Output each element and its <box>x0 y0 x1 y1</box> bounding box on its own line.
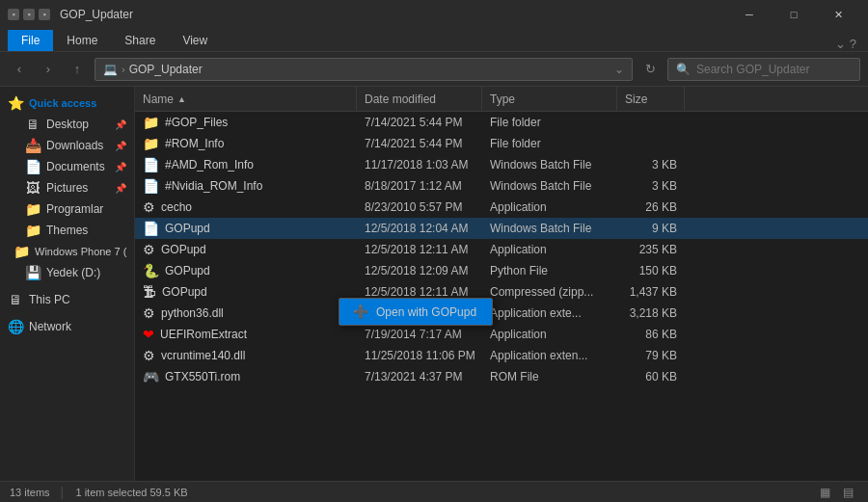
sidebar-item-pictures[interactable]: 🖼 Pictures 📌 <box>0 177 134 198</box>
batch-icon: 📄 <box>143 221 159 236</box>
context-menu-label: Open with GOPupd <box>376 305 476 319</box>
minimize-button[interactable]: ─ <box>727 0 772 29</box>
status-bar: 13 items │ 1 item selected 59.5 KB ▦ ▤ <box>0 481 868 502</box>
status-right: ▦ ▤ <box>814 484 858 501</box>
tab-file[interactable]: File <box>8 30 53 51</box>
table-row[interactable]: 🐍GOPupd 12/5/2018 12:09 AM Python File 1… <box>135 260 868 281</box>
forward-button[interactable]: › <box>37 58 60 81</box>
table-row[interactable]: ⚙python36.dll 12/5/2018 12:11 AM Applica… <box>135 303 868 324</box>
table-row[interactable]: 📄GOPupd 12/5/2018 12:04 AM Windows Batch… <box>135 218 868 239</box>
main-layout: ⭐ Quick access 🖥 Desktop 📌 📥 Downloads 📌… <box>0 87 868 481</box>
sidebar-label-this-pc: This PC <box>29 293 70 306</box>
context-menu-open-with[interactable]: ➕ Open with GOPupd <box>339 299 492 325</box>
maximize-button[interactable]: □ <box>772 0 816 29</box>
sidebar-label-pictures: Pictures <box>46 181 88 195</box>
documents-icon: 📄 <box>25 159 41 174</box>
tab-share[interactable]: Share <box>111 30 169 51</box>
sidebar-label-desktop: Desktop <box>46 118 89 131</box>
tab-home[interactable]: Home <box>53 30 111 51</box>
table-row[interactable]: 📁#ROM_Info 7/14/2021 5:44 PM File folder <box>135 133 868 154</box>
col-header-size[interactable]: Size <box>617 87 685 111</box>
uefi-icon: ❤ <box>143 327 154 342</box>
table-row[interactable]: ❤UEFIRomExtract 7/19/2014 7:17 AM Applic… <box>135 324 868 345</box>
status-separator: │ <box>60 487 67 498</box>
folder-icon: 📁 <box>143 136 159 151</box>
address-path[interactable]: 💻 › GOP_Updater ⌄ <box>95 58 633 81</box>
sidebar-label-documents: Documents <box>46 160 105 173</box>
app-icon-2: ▪ <box>23 9 35 20</box>
batch-icon: 📄 <box>143 178 159 194</box>
folder-icon: 📁 <box>143 115 159 130</box>
col-header-date[interactable]: Date modified <box>357 87 482 111</box>
zip-icon: 🗜 <box>143 284 156 300</box>
sidebar-item-themes[interactable]: 📁 Themes <box>0 220 134 241</box>
back-button[interactable]: ‹ <box>8 58 31 81</box>
table-row[interactable]: 🎮GTX550Ti.rom 7/13/2021 4:37 PM ROM File… <box>135 366 868 387</box>
file-column-headers: Name ▲ Date modified Type Size <box>135 87 868 112</box>
batch-icon: 📄 <box>143 157 159 172</box>
view-list-button[interactable]: ▤ <box>837 484 858 501</box>
pin-icon-3: 📌 <box>115 162 126 172</box>
sidebar-item-desktop[interactable]: 🖥 Desktop 📌 <box>0 114 134 135</box>
path-folder: GOP_Updater <box>129 63 203 76</box>
tab-view[interactable]: View <box>169 30 221 51</box>
sidebar-item-windows-phone[interactable]: 📁 Windows Phone 7 ( <box>0 241 134 262</box>
title-bar: ▪ ▪ ▪ GOP_Updater ─ □ ✕ <box>0 0 868 29</box>
refresh-button[interactable]: ↻ <box>638 58 662 81</box>
sidebar: ⭐ Quick access 🖥 Desktop 📌 📥 Downloads 📌… <box>0 87 135 481</box>
sidebar-item-this-pc[interactable]: 🖥 This PC <box>0 289 134 310</box>
window-controls: ─ □ ✕ <box>727 0 860 29</box>
path-root: › <box>122 64 125 75</box>
sidebar-label-yedek: Yedek (D:) <box>46 266 100 279</box>
sidebar-item-programlar[interactable]: 📁 Programlar <box>0 198 134 220</box>
close-button[interactable]: ✕ <box>816 0 860 29</box>
up-button[interactable]: ↑ <box>66 58 89 81</box>
col-header-name[interactable]: Name ▲ <box>135 87 357 111</box>
search-box[interactable]: 🔍 <box>667 58 860 81</box>
programlar-icon: 📁 <box>25 201 41 217</box>
status-left: 13 items │ 1 item selected 59.5 KB <box>10 487 814 498</box>
view-details-button[interactable]: ▦ <box>814 484 835 501</box>
dll-icon: ⚙ <box>143 305 155 321</box>
yedek-icon: 💾 <box>25 265 41 280</box>
title-bar-app-icons: ▪ ▪ ▪ <box>8 9 50 20</box>
help-icon[interactable]: ? <box>850 37 856 51</box>
sidebar-label-windows-phone: Windows Phone 7 ( <box>35 246 126 257</box>
sort-arrow-name: ▲ <box>177 94 186 104</box>
sidebar-label-programlar: Programlar <box>46 202 103 216</box>
table-row[interactable]: 📄#Nvidia_ROM_Info 8/18/2017 1:12 AM Wind… <box>135 175 868 197</box>
selected-info: 1 item selected 59.5 KB <box>75 487 187 498</box>
table-row[interactable]: 🗜GOPupd 12/5/2018 12:11 AM Compressed (z… <box>135 281 868 303</box>
downloads-icon: 📥 <box>25 138 41 153</box>
file-area: Name ▲ Date modified Type Size 📁#GOP_Fil… <box>135 87 868 481</box>
search-input[interactable] <box>696 63 852 76</box>
this-pc-icon: 🖥 <box>8 292 23 307</box>
table-row[interactable]: ⚙GOPupd 12/5/2018 12:11 AM Application 2… <box>135 239 868 260</box>
app-icon: ⚙ <box>143 242 155 257</box>
table-row[interactable]: 📁#GOP_Files 7/14/2021 5:44 PM File folde… <box>135 112 868 133</box>
table-row[interactable]: 📄#AMD_Rom_Info 11/17/2018 1:03 AM Window… <box>135 154 868 175</box>
sidebar-item-yedek[interactable]: 💾 Yedek (D:) <box>0 262 134 283</box>
sidebar-item-downloads[interactable]: 📥 Downloads 📌 <box>0 135 134 156</box>
sidebar-label-downloads: Downloads <box>46 139 103 152</box>
dll-icon: ⚙ <box>143 348 155 363</box>
rom-icon: 🎮 <box>143 369 159 384</box>
sidebar-item-documents[interactable]: 📄 Documents 📌 <box>0 156 134 177</box>
themes-icon: 📁 <box>25 223 41 238</box>
app-icon-1: ▪ <box>8 9 19 20</box>
app-icon-3: ▪ <box>39 9 50 20</box>
context-menu: ➕ Open with GOPupd <box>339 298 493 326</box>
pin-icon-2: 📌 <box>115 141 126 151</box>
pin-icon-4: 📌 <box>115 183 126 194</box>
network-icon: 🌐 <box>8 319 23 334</box>
table-row[interactable]: ⚙cecho 8/23/2010 5:57 PM Application 26 … <box>135 197 868 218</box>
table-row[interactable]: ⚙vcruntime140.dll 11/25/2018 11:06 PM Ap… <box>135 345 868 366</box>
item-count: 13 items <box>10 487 50 498</box>
context-menu-plus-icon: ➕ <box>353 304 368 319</box>
sidebar-item-network[interactable]: 🌐 Network <box>0 316 134 337</box>
ribbon-collapse-icon[interactable]: ⌄ <box>835 37 846 51</box>
col-header-type[interactable]: Type <box>482 87 617 111</box>
sidebar-label-network: Network <box>29 320 71 333</box>
sidebar-item-quick-access[interactable]: ⭐ Quick access <box>0 92 134 114</box>
pictures-icon: 🖼 <box>25 180 41 196</box>
